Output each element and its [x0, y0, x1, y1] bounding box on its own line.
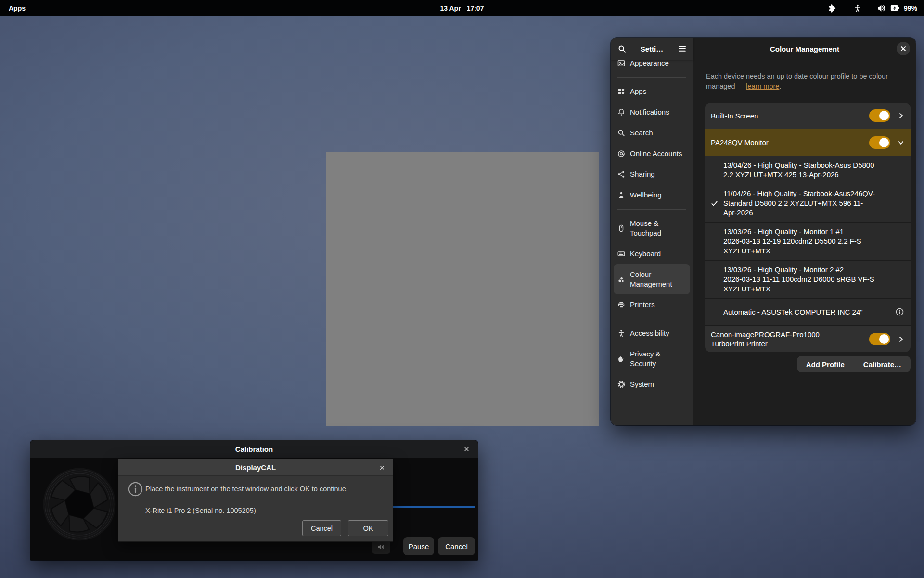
- printer-toggle[interactable]: [869, 333, 890, 345]
- sidebar-item-label: Keyboard: [630, 249, 661, 259]
- device-label: PA248QV Monitor: [711, 138, 869, 146]
- device-row-printer[interactable]: Canon-imagePROGRAF-Pro1000 TurboPrint Pr…: [705, 325, 911, 352]
- system-menu-button[interactable]: 99%: [873, 0, 924, 16]
- sidebar-item-label: System: [630, 380, 654, 389]
- learn-more-link[interactable]: learn more: [746, 82, 779, 90]
- info-icon[interactable]: [894, 308, 905, 316]
- sidebar-item-label: Printers: [630, 300, 655, 310]
- sidebar-item-label: Colour Management: [630, 270, 686, 289]
- sidebar-divider: [617, 209, 686, 210]
- appearance-icon: [617, 60, 625, 67]
- close-icon: [900, 46, 906, 52]
- settings-sidebar: Setti… Appearance Apps Notifications Sea…: [611, 38, 693, 425]
- clock[interactable]: 13 Apr 17:07: [0, 4, 924, 12]
- bell-icon: [617, 108, 625, 116]
- add-profile-button[interactable]: Add Profile: [797, 356, 854, 372]
- panel-headerbar: Colour Management: [693, 38, 916, 60]
- sidebar-item-privacy-security[interactable]: Privacy & Security: [614, 344, 690, 374]
- search-icon[interactable]: [616, 43, 627, 54]
- wellbeing-person-icon: [617, 191, 625, 199]
- profile-label: 13/03/26 - High Quality - Monitor 1 #1 2…: [723, 227, 864, 256]
- calibration-close-button[interactable]: [462, 440, 471, 458]
- extensions-icon[interactable]: [822, 0, 842, 16]
- pa248qv-monitor-toggle[interactable]: [869, 136, 890, 149]
- device-row-builtin-screen[interactable]: Built-In Screen: [705, 103, 911, 129]
- sidebar-item-mouse-touchpad[interactable]: Mouse & Touchpad: [614, 213, 690, 243]
- automatic-profile-label: Automatic - ASUSTek COMPUTER INC 24": [723, 308, 889, 316]
- sidebar-item-keyboard[interactable]: Keyboard: [614, 244, 690, 264]
- clock-time: 17:07: [467, 4, 484, 12]
- sidebar-item-label: Privacy & Security: [630, 349, 686, 368]
- window-title: Setti…: [631, 45, 673, 53]
- clock-date: 13 Apr: [440, 4, 461, 12]
- builtin-screen-toggle[interactable]: [869, 109, 890, 122]
- apps-menu-button[interactable]: Apps: [0, 0, 34, 16]
- shutter-aperture-logo: [42, 467, 116, 541]
- gear-icon: [617, 381, 625, 388]
- profile-label: 11/04/26 - High Quality - Starbook-Asus2…: [723, 189, 878, 218]
- calibration-title: Calibration: [235, 445, 273, 453]
- panel-description: Each device needs an up to date colour p…: [706, 71, 900, 92]
- mouse-icon: [617, 224, 625, 232]
- close-icon: [380, 465, 385, 470]
- pause-button[interactable]: Pause: [403, 537, 434, 555]
- sidebar-item-label: Appearance: [630, 60, 669, 68]
- accessibility-menu-icon[interactable]: [848, 0, 867, 16]
- device-label: Built-In Screen: [711, 112, 869, 120]
- chevron-right-icon: [897, 336, 905, 342]
- dialog-ok-button[interactable]: OK: [348, 520, 388, 536]
- device-row-pa248qv-monitor[interactable]: PA248QV Monitor: [705, 129, 911, 156]
- sidebar-scroll-area: Appearance Apps Notifications Search Onl…: [611, 60, 693, 425]
- dialog-cancel-button[interactable]: Cancel: [302, 520, 341, 536]
- calibration-cancel-button[interactable]: Cancel: [438, 537, 475, 555]
- calibration-titlebar: Calibration: [30, 440, 478, 458]
- profile-row[interactable]: 13/03/26 - High Quality - Monitor 2 #2 2…: [705, 260, 911, 298]
- profile-row[interactable]: 13/03/26 - High Quality - Monitor 1 #1 2…: [705, 222, 911, 260]
- magnifier-icon: [617, 129, 625, 137]
- sidebar-item-appearance[interactable]: Appearance: [614, 60, 690, 73]
- instrument-label: X-Rite i1 Pro 2 (Serial no. 1005205): [145, 507, 256, 514]
- dialog-close-button[interactable]: [378, 459, 386, 476]
- colour-management-icon: [617, 276, 625, 283]
- description-period: .: [779, 82, 781, 90]
- profile-row-selected[interactable]: 11/04/26 - High Quality - Starbook-Asus2…: [705, 184, 911, 222]
- dialog-title: DisplayCAL: [235, 463, 276, 472]
- sidebar-item-sharing[interactable]: Sharing: [614, 164, 690, 184]
- toggle-knob: [879, 111, 889, 120]
- profile-label: 13/03/26 - High Quality - Monitor 2 #2 2…: [723, 265, 877, 294]
- sidebar-item-label: Notifications: [630, 107, 669, 117]
- profile-actions: Add Profile Calibrate…: [693, 356, 911, 372]
- description-text: Each device needs an up to date colour p…: [706, 72, 888, 90]
- sidebar-item-label: Mouse & Touchpad: [630, 219, 686, 238]
- apps-grid-icon: [617, 88, 625, 95]
- check-icon: [711, 200, 718, 207]
- printer-label: Canon-imagePROGRAF-Pro1000 TurboPrint Pr…: [711, 330, 869, 348]
- profile-label: 13/04/26 - High Quality - Starbook-Asus …: [723, 160, 877, 180]
- sidebar-item-label: Search: [630, 128, 653, 138]
- linked-buttons: Add Profile Calibrate…: [797, 356, 911, 372]
- close-button[interactable]: [897, 42, 910, 55]
- battery-charging-icon: [890, 4, 900, 12]
- sidebar-item-colour-management[interactable]: Colour Management: [614, 264, 690, 294]
- automatic-profile-row[interactable]: Automatic - ASUSTek COMPUTER INC 24": [705, 298, 911, 325]
- sidebar-headerbar: Setti…: [611, 38, 693, 60]
- sidebar-item-label: Sharing: [630, 170, 655, 179]
- sidebar-item-accessibility[interactable]: Accessibility: [614, 323, 690, 343]
- volume-icon: [877, 4, 886, 12]
- sidebar-divider: [617, 77, 686, 78]
- sidebar-item-system[interactable]: System: [614, 374, 690, 394]
- main-menu-icon[interactable]: [677, 43, 687, 54]
- chevron-right-icon: [897, 113, 905, 118]
- profile-row[interactable]: 13/04/26 - High Quality - Starbook-Asus …: [705, 156, 911, 184]
- sidebar-item-online-accounts[interactable]: Online Accounts: [614, 144, 690, 164]
- calibrate-button[interactable]: Calibrate…: [854, 356, 911, 372]
- sidebar-item-label: Online Accounts: [630, 149, 682, 158]
- sidebar-item-search[interactable]: Search: [614, 123, 690, 143]
- sidebar-item-apps[interactable]: Apps: [614, 81, 690, 102]
- sidebar-item-wellbeing[interactable]: Wellbeing: [614, 185, 690, 205]
- close-icon: [464, 447, 469, 452]
- page-title: Colour Management: [770, 45, 839, 53]
- sidebar-item-printers[interactable]: Printers: [614, 295, 690, 315]
- hand-icon: [617, 355, 625, 363]
- sidebar-item-notifications[interactable]: Notifications: [614, 102, 690, 122]
